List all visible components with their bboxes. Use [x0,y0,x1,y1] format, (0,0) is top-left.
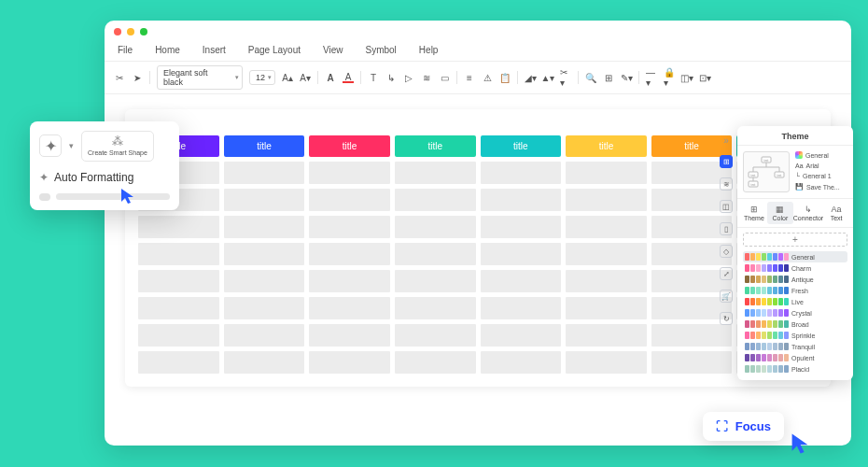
shape-icon[interactable]: ▭ [439,72,450,83]
grid-cell[interactable] [224,243,305,265]
grid-cell[interactable] [566,324,647,347]
grid-cell[interactable] [309,162,390,184]
side-shape-icon[interactable]: ◇ [720,245,733,258]
grid-cell[interactable] [566,189,647,211]
fill-icon[interactable]: ◢▾ [525,72,536,83]
pointer-icon[interactable]: ▷ [403,72,414,83]
theme-row[interactable]: General [743,251,847,262]
edit-icon[interactable]: ✎▾ [621,72,632,83]
crop-icon[interactable]: ✂▾ [560,72,571,83]
menu-symbol[interactable]: Symbol [366,45,397,55]
lock-icon[interactable]: 🔒▾ [664,72,675,83]
menu-view[interactable]: View [323,45,343,55]
side-cart-icon[interactable]: 🛒 [720,290,733,303]
focus-button[interactable]: ⛶ Focus [703,412,784,441]
theme-row[interactable]: Broad [743,318,847,330]
color-indicator-icon[interactable]: A [343,72,354,83]
grid-cell[interactable] [309,324,390,347]
clipboard-icon[interactable]: 📋 [499,72,511,83]
theme-row[interactable]: Tranquil [743,341,847,352]
grid-cell[interactable] [309,243,390,265]
line-style-icon[interactable]: —▾ [646,72,657,83]
theme-row[interactable]: Charm [743,262,847,274]
grid-cell[interactable] [651,351,733,374]
grid-cell[interactable] [481,351,562,374]
grid-cell[interactable] [395,216,476,238]
grid-cell[interactable] [481,189,562,211]
grid-cell[interactable] [566,216,647,238]
theme-row[interactable]: Opulent [743,352,847,363]
side-expand-icon[interactable]: ⤢ [720,267,733,280]
auto-format-slider[interactable] [39,193,170,201]
grid-cell[interactable] [566,297,647,319]
add-theme-button[interactable]: + [743,233,847,247]
grid-cell[interactable] [309,189,390,211]
side-page-icon[interactable]: ▯ [720,222,733,235]
theme-row[interactable]: Placid [743,363,847,375]
grid-cell[interactable] [395,270,476,292]
tab-connector[interactable]: ↳Connector [793,202,823,224]
column-header[interactable]: title [481,135,562,157]
tab-text[interactable]: AaText [823,202,849,224]
theme-row[interactable]: Antique [743,274,847,285]
collapse-icon[interactable]: » [723,135,729,146]
theme-row[interactable]: Crystal [743,307,847,318]
grid-cell[interactable] [566,270,647,292]
font-decrease-icon[interactable]: A▾ [300,72,311,83]
grid-cell[interactable] [309,270,390,292]
layers-icon[interactable]: ≋ [421,72,432,83]
grid-cell[interactable] [138,216,219,238]
text-icon[interactable]: T [368,72,379,83]
side-box-icon[interactable]: ◫ [720,200,733,213]
bold-icon[interactable]: A [325,72,336,83]
grid-icon[interactable]: ⊞ [603,72,614,83]
warning-icon[interactable]: ⚠ [482,72,493,83]
grid-cell[interactable] [224,270,305,292]
menu-file[interactable]: File [118,45,133,55]
grid-cell[interactable] [309,351,390,374]
side-history-icon[interactable]: ↻ [720,312,733,325]
grid-cell[interactable] [395,351,476,374]
grid-cell[interactable] [138,243,219,265]
connector-icon[interactable]: ↳ [385,72,397,83]
grid-cell[interactable] [481,270,562,292]
size-select[interactable]: 12 [249,70,275,85]
grid-cell[interactable] [481,162,562,184]
grid-cell[interactable] [481,243,562,265]
menu-home[interactable]: Home [155,45,180,55]
spark-icon[interactable]: ✦ [39,134,62,157]
tab-theme[interactable]: ⊞Theme [741,202,767,224]
column-header[interactable]: title [224,135,305,157]
more-icon[interactable]: ⊡▾ [699,72,710,83]
grid-cell[interactable] [138,324,219,347]
grid-cell[interactable] [566,162,647,184]
tab-color[interactable]: ▦Color [767,202,793,224]
menu-insert[interactable]: Insert [203,45,226,55]
side-layers-icon[interactable]: ≋ [720,177,733,191]
grid-cell[interactable] [395,162,476,184]
grid-cell[interactable] [566,243,647,265]
grid-cell[interactable] [138,351,219,374]
theme-thumbnail[interactable]: texttexttexttext [743,151,790,192]
grid-cell[interactable] [395,243,476,265]
grid-cell[interactable] [224,324,305,347]
search-icon[interactable]: 🔍 [585,72,596,83]
close-dot[interactable] [114,28,121,35]
theme-row[interactable]: Live [743,296,847,307]
group-icon[interactable]: ◫▾ [681,72,693,83]
side-grid-icon[interactable]: ⊞ [720,155,733,168]
grid-cell[interactable] [309,216,390,238]
grid-cell[interactable] [481,216,562,238]
image-icon[interactable]: ▲▾ [542,72,553,83]
minimize-dot[interactable] [127,28,134,35]
grid-cell[interactable] [138,297,219,319]
cursor-icon[interactable]: ➤ [132,72,143,83]
align-icon[interactable]: ≡ [464,72,475,83]
column-header[interactable]: title [566,135,647,157]
dropdown-icon[interactable]: ▾ [69,141,74,150]
grid-cell[interactable] [651,324,733,347]
column-header[interactable]: title [395,135,476,157]
grid-cell[interactable] [224,216,305,238]
column-header[interactable]: title [309,135,390,157]
grid-cell[interactable] [224,189,305,211]
